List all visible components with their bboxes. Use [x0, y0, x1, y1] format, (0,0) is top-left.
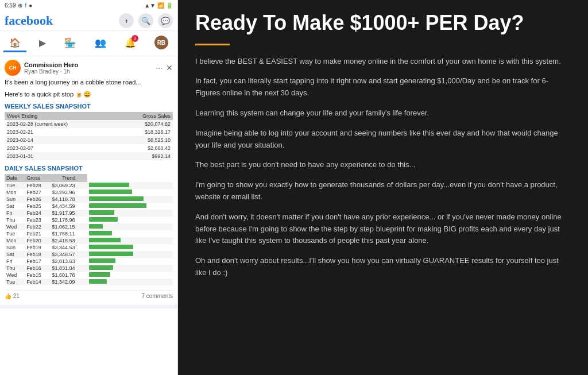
phone-status-bar: 6:59 ⊕ f ● ▲▼ 📶 🔋	[0, 0, 177, 11]
shop-icon: 🏪	[64, 37, 76, 48]
profile-avatar: RB	[154, 36, 168, 49]
daily-col-trend: Trend	[50, 174, 87, 182]
plus-icon[interactable]: +	[119, 13, 134, 28]
wifi-icon: 📶	[157, 2, 164, 9]
search-icon[interactable]: 🔍	[138, 13, 153, 28]
trend-bar	[89, 203, 146, 208]
body-paragraph-7: Oh and don't worry about results...I'll …	[195, 255, 571, 279]
table-row: SunFeb26$4,118.78	[5, 196, 173, 203]
body-paragraph-5: I'm going to show you exactly how to gen…	[195, 179, 571, 203]
trend-bar	[89, 252, 133, 256]
trend-bar	[89, 279, 107, 284]
nav-home[interactable]: 🏠	[3, 35, 26, 52]
weekly-col-week: Week Ending	[5, 112, 117, 120]
trend-bar	[89, 217, 118, 222]
right-panel: Ready To Make $1000+ PER Day? I believe …	[178, 0, 588, 375]
close-button[interactable]: ✕	[166, 63, 173, 72]
heading-underline	[195, 44, 230, 45]
table-row: FriFeb17$2,013.63	[5, 258, 173, 265]
post-author: CH Commission Hero Ryan Bradley · 1h	[5, 60, 78, 76]
left-panel: 6:59 ⊕ f ● ▲▼ 📶 🔋 facebook + 🔍 💬 🏠 ▶ 🏪	[0, 0, 178, 375]
post-sub-author: Ryan Bradley · 1h	[24, 68, 78, 75]
table-row: 2023-01-31$992.14	[5, 152, 173, 160]
notification-badge: 🔔 3	[125, 37, 136, 48]
paragraphs-container: I believe the BEST & EASIEST way to make…	[195, 56, 571, 279]
weekly-sales-title: WEEKLY SALES SNAPSHOT	[5, 103, 173, 110]
trend-bar	[89, 224, 103, 229]
nav-video[interactable]: ▶	[33, 35, 52, 52]
daily-table-body: TueFeb28$3,069.23MonFeb27$3,292.96SunFeb…	[5, 182, 173, 285]
trend-bar	[89, 210, 114, 215]
fb-nav: 🏠 ▶ 🏪 👥 🔔 3 RB	[0, 31, 177, 56]
daily-sales-table: Date Gross Trend TueFeb28$3,069.23MonFeb…	[5, 174, 173, 285]
weekly-col-gross: Gross Sales	[117, 112, 173, 120]
nav-profile[interactable]: RB	[149, 33, 174, 53]
status-dot1: ⊕	[18, 2, 22, 9]
trend-bar	[89, 196, 144, 201]
table-row: 2023-02-21$18,326.17	[5, 128, 173, 136]
status-dot2: ●	[29, 2, 32, 9]
daily-sales-section: DAILY SALES SNAPSHOT Date Gross Trend Tu…	[5, 165, 173, 285]
trend-bar	[89, 190, 132, 194]
table-row: SatFeb25$4,434.59	[5, 203, 173, 210]
daily-col-date: Date	[5, 174, 25, 182]
trend-bar	[89, 183, 129, 187]
table-row: MonFeb27$3,292.96	[5, 189, 173, 196]
post-container: CH Commission Hero Ryan Bradley · 1h ···…	[0, 56, 177, 308]
daily-sales-title: DAILY SALES SNAPSHOT	[5, 165, 173, 172]
post-actions: ··· ✕	[154, 62, 173, 74]
more-options-button[interactable]: ···	[154, 62, 164, 74]
table-row: WedFeb22$1,062.15	[5, 223, 173, 230]
groups-icon: 👥	[95, 37, 106, 48]
table-row: TueFeb28$3,069.23	[5, 182, 173, 189]
table-row: WedFeb15$1,601.76	[5, 272, 173, 279]
messenger-icon[interactable]: 💬	[158, 13, 173, 28]
status-fb-icon: f	[25, 2, 26, 9]
post-text-line1: It's been a long journey on a cobble sto…	[5, 78, 173, 87]
trend-bar	[89, 272, 110, 277]
table-row: ThuFeb23$2,178.96	[5, 217, 173, 223]
table-row: 2023-02-07$2,660.42	[5, 144, 173, 152]
author-name: Commission Hero	[24, 61, 78, 68]
video-icon: ▶	[39, 37, 46, 48]
battery-icon: 🔋	[166, 2, 173, 9]
table-row: ThuFeb16$1,831.04	[5, 265, 173, 272]
post-reactions: 👍 21 7 comments	[5, 290, 173, 301]
notification-count: 3	[131, 35, 138, 42]
home-icon: 🏠	[9, 37, 21, 48]
post-author-info: Commission Hero Ryan Bradley · 1h	[24, 61, 78, 75]
signal-icon: ▲▼	[144, 2, 156, 9]
fb-header: facebook + 🔍 💬	[0, 11, 177, 31]
post-avatar: CH	[5, 60, 21, 76]
table-row: TueFeb14$1,342.09	[5, 279, 173, 285]
weekly-sales-section: WEEKLY SALES SNAPSHOT Week Ending Gross …	[5, 103, 173, 160]
trend-bar	[89, 245, 133, 249]
table-row: SatFeb18$3,348.57	[5, 251, 173, 258]
post-header: CH Commission Hero Ryan Bradley · 1h ···…	[5, 60, 173, 76]
comment-count: 7 comments	[142, 293, 173, 299]
weekly-table-body: 2023-02-28 (current week)$20,074.622023-…	[5, 120, 173, 160]
main-heading: Ready To Make $1000+ PER Day?	[195, 11, 571, 34]
table-row: SunFeb19$3,344.53	[5, 244, 173, 251]
facebook-logo: facebook	[5, 13, 53, 28]
nav-marketplace[interactable]: 🏪	[59, 35, 82, 52]
status-left: 6:59 ⊕ f ●	[5, 2, 32, 9]
nav-groups[interactable]: 👥	[89, 35, 112, 52]
body-paragraph-3: Imagine being able to log into your acco…	[195, 127, 571, 152]
table-row: MonFeb20$2,418.53	[5, 237, 173, 244]
table-row: 2023-02-28 (current week)$20,074.62	[5, 120, 173, 128]
body-paragraph-6: And don't worry, it doesn't matter if yo…	[195, 211, 571, 247]
trend-bar	[89, 258, 115, 263]
post-text-line2: Here's to a quick pit stop 🍺😄	[5, 90, 173, 99]
fb-header-icons: + 🔍 💬	[119, 13, 173, 28]
like-count: 👍 21	[5, 293, 20, 299]
body-paragraph-1: In fact, you can literally start tapping…	[195, 75, 571, 99]
nav-notifications[interactable]: 🔔 3	[119, 35, 142, 52]
weekly-sales-table: Week Ending Gross Sales 2023-02-28 (curr…	[5, 112, 173, 160]
status-time: 6:59	[5, 2, 16, 9]
status-right: ▲▼ 📶 🔋	[144, 2, 173, 9]
trend-bar	[89, 231, 112, 235]
table-row: 2023-02-14$6,525.10	[5, 136, 173, 144]
daily-col-gross: Gross	[25, 174, 50, 182]
trend-bar	[89, 265, 113, 270]
